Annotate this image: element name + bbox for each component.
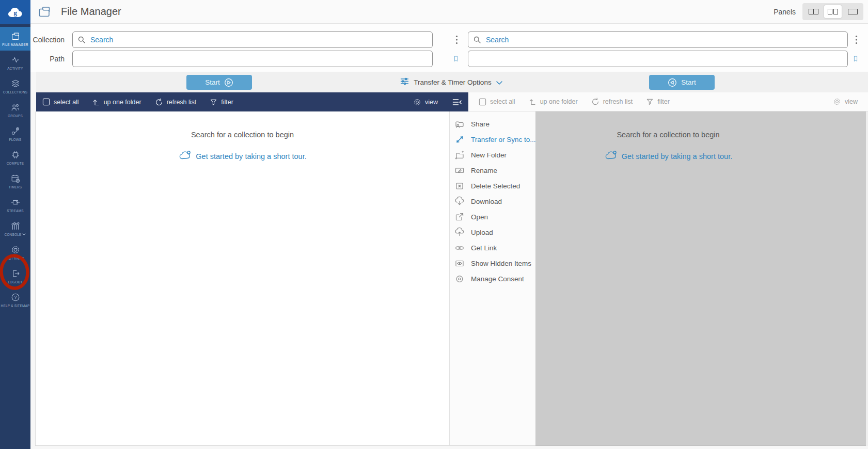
new-folder-icon — [454, 149, 465, 161]
action-new-folder[interactable]: New Folder — [450, 147, 535, 163]
download-icon — [454, 196, 465, 207]
action-label: Get Link — [471, 244, 497, 252]
folder-icon — [10, 31, 21, 41]
collapse-action-panel-button[interactable] — [452, 99, 462, 106]
play-left-icon — [668, 78, 677, 87]
action-manage-consent[interactable]: Manage Consent — [450, 271, 535, 286]
tour-icon — [604, 150, 618, 163]
app-header: File Manager Panels — [30, 0, 868, 24]
action-label: Delete Selected — [471, 182, 520, 190]
sidebar-item-streams[interactable]: STREAMS — [0, 193, 30, 217]
path-input-right[interactable] — [468, 51, 848, 67]
sidebar-item-flows[interactable]: FLOWS — [0, 122, 30, 146]
up-one-folder-label: up one folder — [104, 99, 141, 106]
svg-text:?: ? — [14, 294, 17, 300]
tour-link-label: Get started by taking a short tour. — [196, 152, 306, 161]
action-label: New Folder — [471, 151, 507, 159]
sidebar-item-label: TIMERS — [9, 185, 22, 189]
bookmark-button-left[interactable] — [451, 51, 461, 67]
sidebar-item-label: LOGOUT — [8, 280, 22, 284]
collection-menu-button-left[interactable] — [452, 32, 461, 47]
sidebar-item-label: COMPUTE — [7, 162, 24, 165]
sidebar-item-label: HELP & SITEMAP — [1, 304, 30, 308]
toolbar-left-right-group: view — [413, 98, 462, 106]
path-input-left[interactable] — [72, 51, 433, 67]
chevron-down-icon — [22, 233, 26, 236]
transfer-timer-options-label: Transfer & Timer Options — [414, 78, 491, 86]
collection-prompt-left: Search for a collection to begin — [35, 131, 450, 139]
svg-text:g: g — [13, 8, 17, 16]
up-one-folder-button[interactable]: up one folder — [529, 98, 578, 106]
up-one-folder-icon — [529, 98, 536, 106]
up-one-folder-icon — [92, 98, 100, 106]
sidebar-item-compute[interactable]: COMPUTE — [0, 146, 30, 169]
logout-icon — [10, 268, 21, 279]
action-upload[interactable]: Upload — [450, 224, 535, 240]
start-transfer-button-left[interactable]: Start — [186, 75, 252, 90]
sidebar-item-timers[interactable]: TIMERS — [0, 169, 30, 193]
select-all-button[interactable]: select all — [479, 98, 515, 106]
collection-menu-button-right[interactable] — [851, 32, 861, 47]
panels-label: Panels — [774, 8, 796, 16]
action-label: Share — [471, 120, 490, 128]
sidebar-item-groups[interactable]: GROUPS — [0, 98, 30, 122]
view-label: view — [425, 99, 438, 106]
sidebar-item-label: FILE MANAGER — [2, 43, 28, 46]
up-one-folder-button[interactable]: up one folder — [92, 98, 141, 106]
start-button-label: Start — [681, 78, 696, 86]
filter-label: filter — [657, 98, 670, 105]
view-button[interactable]: view — [833, 98, 858, 106]
sidebar-item-file-manager[interactable]: FILE MANAGER — [0, 27, 30, 51]
action-delete-selected[interactable]: Delete Selected — [450, 178, 535, 194]
refresh-list-label: refresh list — [167, 99, 197, 106]
people-icon — [10, 102, 21, 113]
action-show-hidden-items[interactable]: Show Hidden Items — [450, 255, 535, 271]
action-open[interactable]: Open — [450, 209, 535, 224]
upload-icon — [454, 227, 465, 238]
action-transfer-or-sync[interactable]: Transfer or Sync to... — [450, 132, 535, 147]
bookmark-button-right[interactable] — [850, 51, 861, 67]
refresh-list-label: refresh list — [603, 98, 633, 105]
sidebar-item-help-sitemap[interactable]: ? HELP & SITEMAP — [0, 288, 30, 312]
sidebar-item-activity[interactable]: ACTIVITY — [0, 51, 30, 74]
panel-layout-left-button[interactable] — [804, 5, 822, 18]
filter-button[interactable]: filter — [210, 99, 233, 106]
globus-logo[interactable]: g — [0, 0, 30, 24]
transfer-timer-options-dropdown[interactable]: Transfer & Timer Options — [400, 75, 503, 89]
panel-layout-split-button[interactable] — [824, 5, 842, 18]
filter-button[interactable]: filter — [646, 98, 670, 105]
tour-link-left[interactable]: Get started by taking a short tour. — [35, 150, 450, 163]
bookmark-icon — [454, 52, 458, 66]
action-label: Upload — [471, 229, 493, 236]
select-all-button[interactable]: select all — [42, 98, 79, 106]
transfer-arrows-icon — [454, 134, 465, 145]
action-download[interactable]: Download — [450, 194, 535, 209]
action-rename[interactable]: Rename — [450, 163, 535, 178]
refresh-list-button[interactable]: refresh list — [155, 98, 197, 106]
action-label: Rename — [471, 167, 497, 174]
panel-left-layout-icon — [809, 9, 818, 14]
view-gear-icon — [413, 98, 421, 106]
sidebar-item-settings[interactable]: SETTINGS — [0, 240, 30, 264]
collection-search-input-left[interactable] — [72, 31, 433, 48]
select-all-label: select all — [490, 98, 515, 105]
action-label: Manage Consent — [471, 275, 524, 283]
filter-icon — [210, 99, 217, 106]
action-label: Open — [471, 213, 488, 221]
sidebar-item-label: STREAMS — [7, 209, 24, 213]
refresh-list-button[interactable]: refresh list — [591, 98, 633, 106]
sidebar-item-collections[interactable]: COLLECTIONS — [0, 74, 30, 98]
action-get-link[interactable]: Get Link — [450, 240, 535, 255]
flow-icon — [10, 126, 21, 136]
collection-search-input-right[interactable] — [468, 31, 848, 48]
action-share[interactable]: Share — [450, 116, 535, 132]
delete-icon — [454, 180, 465, 191]
file-manager-screen: g FILE MANAGER ACTIVITY COLLECTIONS — [0, 0, 868, 449]
action-label: Download — [471, 198, 502, 205]
sidebar-item-logout[interactable]: LOGOUT — [0, 264, 30, 288]
start-transfer-button-right[interactable]: Start — [649, 75, 715, 90]
sidebar-item-console[interactable]: CONSOLE — [0, 217, 30, 240]
view-button[interactable]: view — [413, 98, 438, 106]
toolbar-right: select all up one folder refresh list fi… — [468, 92, 868, 111]
panel-layout-full-button[interactable] — [844, 5, 861, 18]
